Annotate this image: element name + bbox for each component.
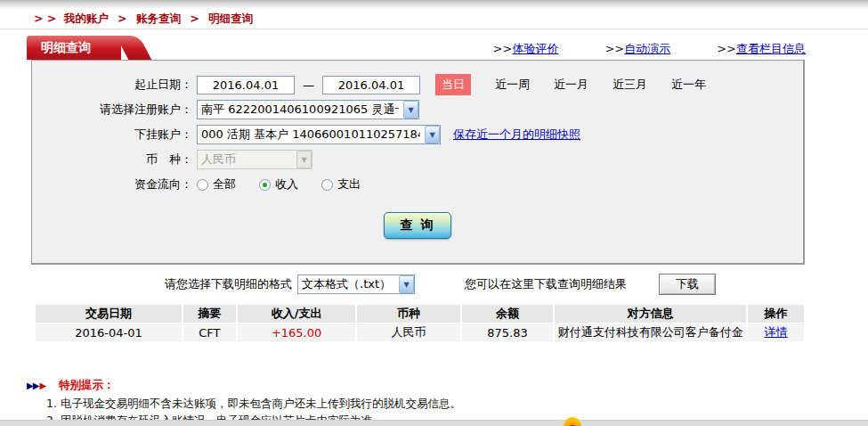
col-counterparty: 对方信息	[555, 305, 746, 323]
form-row-flow: 资金流向： 全部 收入 支出	[32, 172, 803, 197]
top-gradient-bar	[0, 0, 868, 9]
link-auto-demo[interactable]: >>自动演示	[604, 41, 670, 57]
quick-range-week[interactable]: 近一周	[495, 77, 530, 93]
col-amount: 收入/支出	[238, 305, 355, 323]
currency-select-disabled: 人民币 ▼	[197, 150, 312, 169]
cell-currency: 人民币	[357, 324, 459, 341]
form-row-sub-account: 下挂账户： 000 活期 基本户 1406600101102571848 ▼ 保…	[32, 122, 803, 147]
date-separator: —	[303, 78, 314, 92]
cell-amount: +165.00	[238, 324, 355, 341]
breadcrumb-separator: >	[190, 12, 199, 25]
form-row-register-account: 请选择注册账户： 南平 6222001406100921065 灵通卡 ▼	[32, 97, 803, 122]
chevron-down-icon: ▼	[296, 151, 312, 168]
download-format-label: 请您选择下载明细的格式	[165, 276, 292, 292]
radio-income[interactable]: 收入	[259, 176, 298, 193]
cell-summary: CFT	[183, 324, 236, 341]
red-arrow-icon: ▶	[39, 381, 46, 390]
chevrons-icon: >>	[604, 42, 624, 55]
bottom-strip	[0, 420, 868, 426]
table-header-row: 交易日期 摘要 收入/支出 币种 余额 对方信息 操作	[36, 305, 804, 323]
radio-all[interactable]: 全部	[197, 176, 236, 193]
quick-range-month[interactable]: 近一月	[554, 77, 588, 93]
col-balance: 余额	[462, 305, 554, 323]
download-format-select[interactable]: 文本格式（.txt） ▼	[297, 274, 415, 294]
radio-icon[interactable]	[321, 179, 333, 191]
cell-balance: 875.83	[462, 324, 554, 341]
flow-label: 资金流向：	[32, 176, 192, 193]
chevrons-icon: >>	[717, 42, 736, 55]
col-action: 操作	[748, 305, 804, 323]
quick-range-today[interactable]: 当日	[435, 74, 471, 95]
breadcrumb-item-my-account[interactable]: 我的账户	[64, 12, 109, 25]
tab-detail-inquiry: 明细查询	[27, 36, 121, 60]
page: > > 我的账户 > 账务查询 > 明细查询 明细查询 >>体验评价 >>自动演…	[0, 0, 868, 426]
form-row-date: 起止日期： — 当日 近一周 近一月 近三月 近一年	[32, 72, 803, 97]
breadcrumb-item-detail-inquiry[interactable]: 明细查询	[208, 12, 253, 25]
date-to-input[interactable]	[322, 76, 420, 94]
header-links: >>体验评价 >>自动演示 >>查看栏目信息	[493, 41, 806, 57]
chevron-down-icon[interactable]: ▼	[399, 275, 414, 293]
radio-icon[interactable]	[197, 179, 208, 191]
cell-action: 详情	[748, 324, 804, 341]
breadcrumb-separator: >	[118, 12, 126, 25]
currency-label: 币 种：	[32, 152, 192, 168]
chevron-down-icon[interactable]: ▼	[425, 126, 440, 143]
sub-account-select[interactable]: 000 活期 基本户 1406600101102571848 ▼	[197, 125, 441, 144]
quick-range-3months[interactable]: 近三月	[612, 77, 647, 93]
link-view-column-info[interactable]: >>查看栏目信息	[717, 41, 806, 57]
chevron-down-icon[interactable]: ▼	[403, 101, 418, 119]
chevrons-icon: >>	[493, 42, 513, 55]
download-button[interactable]: 下载	[659, 274, 716, 295]
quick-range-year[interactable]: 近一年	[671, 77, 706, 93]
register-account-label: 请选择注册账户：	[32, 102, 192, 118]
query-button[interactable]: 查 询	[384, 212, 451, 239]
date-range-label: 起止日期：	[32, 77, 192, 93]
cell-trade-date: 2016-04-01	[36, 324, 182, 341]
table-row: 2016-04-01 CFT +165.00 人民币 875.83 财付通支付科…	[36, 324, 804, 341]
transaction-table: 交易日期 摘要 收入/支出 币种 余额 对方信息 操作 2016-04-01 C…	[34, 304, 806, 342]
breadcrumb: > > 我的账户 > 账务查询 > 明细查询	[34, 12, 256, 27]
download-row: 请您选择下载明细的格式 文本格式（.txt） ▼ 您可以在这里下载查询明细结果 …	[31, 271, 805, 298]
register-account-select[interactable]: 南平 6222001406100921065 灵通卡 ▼	[197, 100, 419, 119]
form-row-currency: 币 种： 人民币 ▼	[32, 147, 803, 172]
download-hint: 您可以在这里下载查询明细结果	[465, 276, 627, 292]
date-from-input[interactable]	[197, 76, 295, 94]
breadcrumb-item-account-inquiry[interactable]: 账务查询	[136, 12, 181, 25]
flow-radio-group: 全部 收入 支出	[197, 176, 384, 193]
notice-item-1: 1. 电子现金交易明细不含未达账项，即未包含商户还未上传到我行的脱机交易信息。	[46, 397, 792, 410]
radio-checked-icon[interactable]	[259, 179, 271, 191]
notice-title: 特别提示：	[59, 378, 115, 393]
col-trade-date: 交易日期	[36, 305, 182, 323]
triple-arrow-icon: ▶▶	[27, 381, 38, 390]
detail-link[interactable]: 详情	[765, 325, 788, 339]
query-form-panel: 起止日期： — 当日 近一周 近一月 近三月 近一年 请选择注册账户： 南平 6…	[31, 60, 805, 265]
radio-expense[interactable]: 支出	[321, 176, 361, 193]
sub-account-label: 下挂账户：	[32, 127, 192, 143]
col-summary: 摘要	[183, 305, 236, 323]
special-notice: ▶▶ ▶ 特别提示： 1. 电子现金交易明细不含未达账项，即未包含商户还未上传到…	[27, 378, 792, 426]
header-divider	[0, 29, 868, 29]
breadcrumb-prefix: > >	[34, 12, 56, 25]
link-experience-rating[interactable]: >>体验评价	[493, 41, 559, 57]
cell-counterparty: 财付通支付科技有限公司客户备付金	[555, 324, 746, 341]
notice-header: ▶▶ ▶ 特别提示：	[27, 378, 792, 393]
save-snapshot-link[interactable]: 保存近一个月的明细快照	[453, 127, 580, 143]
col-currency: 币种	[357, 305, 459, 323]
